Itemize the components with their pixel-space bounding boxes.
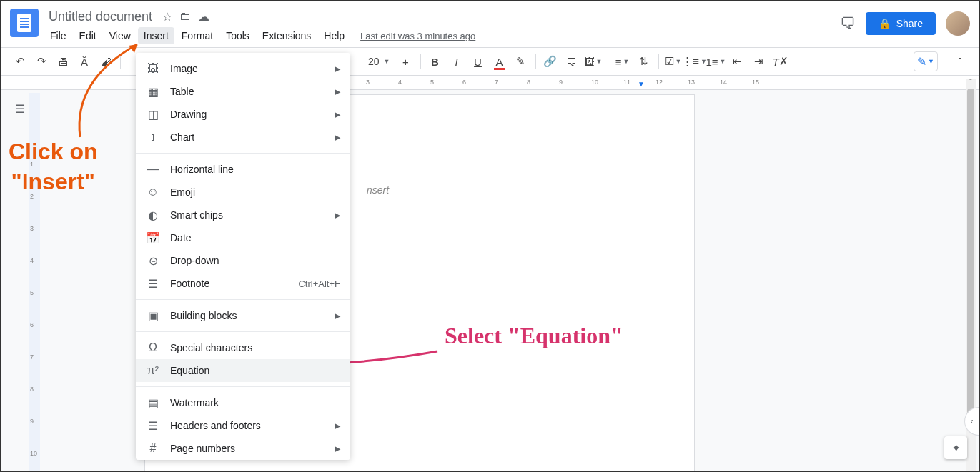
ruler-tick: 10 <box>30 450 37 457</box>
clear-format-button[interactable]: T✗ <box>771 51 791 71</box>
menu-item-label: Special characters <box>170 342 252 353</box>
text-color-button[interactable]: A <box>490 51 510 71</box>
page-numbers-icon: # <box>146 441 160 456</box>
scroll-thumb[interactable] <box>967 89 974 417</box>
special-characters-icon: Ω <box>146 341 160 355</box>
undo-button[interactable]: ↶ <box>10 51 30 71</box>
menu-item-headers-and-footers[interactable]: ☰Headers and footers▶ <box>136 414 350 437</box>
menu-item-label: Page numbers <box>170 443 235 454</box>
footnote-icon: ☰ <box>146 276 160 291</box>
ruler-tick: 2 <box>30 193 34 200</box>
ruler-tick: 10 <box>591 79 598 86</box>
menu-item-horizontal-line[interactable]: —Horizontal line <box>136 158 350 181</box>
menu-item-table[interactable]: ▦Table▶ <box>136 80 350 103</box>
menu-file[interactable]: File <box>44 27 72 44</box>
editing-mode-button[interactable]: ✎▼ <box>914 51 938 71</box>
highlight-button[interactable]: ✎ <box>511 51 531 71</box>
collapse-toolbar-button[interactable]: ˆ <box>950 51 970 71</box>
menu-item-drawing[interactable]: ◫Drawing▶ <box>136 103 350 126</box>
menu-item-label: Equation <box>170 365 209 376</box>
italic-button[interactable]: I <box>447 51 467 71</box>
menu-item-label: Image <box>170 63 198 74</box>
ruler-tick: 5 <box>430 79 434 86</box>
submenu-arrow-icon: ▶ <box>335 64 340 74</box>
zoom-plus[interactable]: + <box>396 51 416 71</box>
page-hint-text: nsert <box>367 184 389 196</box>
insert-dropdown: 🖼Image▶▦Table▶◫Drawing▶⫾Chart▶—Horizonta… <box>136 53 350 460</box>
ruler-tick: 6 <box>30 321 34 328</box>
menu-item-special-characters[interactable]: ΩSpecial characters <box>136 336 350 359</box>
image-icon: 🖼 <box>146 61 160 76</box>
ruler-tick: 15 <box>752 79 759 86</box>
menu-item-chart[interactable]: ⫾Chart▶ <box>136 126 350 149</box>
share-button[interactable]: 🔒 Share <box>866 12 936 35</box>
bold-button[interactable]: B <box>425 51 445 71</box>
menu-item-drop-down[interactable]: ⊝Drop-down <box>136 249 350 272</box>
comment-button[interactable]: 🗨 <box>562 51 582 71</box>
image-button[interactable]: 🖼▼ <box>583 51 603 71</box>
redo-button[interactable]: ↷ <box>31 51 51 71</box>
checklist-button[interactable]: ☑▼ <box>663 51 683 71</box>
table-icon: ▦ <box>146 84 160 99</box>
menu-item-smart-chips[interactable]: ◐Smart chips▶ <box>136 204 350 226</box>
ruler-tick: 8 <box>527 79 530 86</box>
menu-edit[interactable]: Edit <box>74 27 102 44</box>
ruler-tick: 7 <box>30 353 34 361</box>
building-blocks-icon: ▣ <box>146 308 160 323</box>
menu-item-label: Emoji <box>170 186 195 198</box>
menu-item-footnote[interactable]: ☰FootnoteCtrl+Alt+F <box>136 272 350 295</box>
menu-item-label: Headers and footers <box>170 420 261 431</box>
underline-button[interactable]: U <box>468 51 488 71</box>
horizontal-line-icon: — <box>146 162 160 176</box>
menu-insert[interactable]: Insert <box>138 27 174 44</box>
header: Untitled document ☆ 🗀 ☁ FileEditViewInse… <box>1 1 979 47</box>
menu-view[interactable]: View <box>104 27 137 44</box>
line-spacing-button[interactable]: ⇅ <box>634 51 654 71</box>
cloud-icon[interactable]: ☁ <box>198 10 209 24</box>
spellcheck-button[interactable]: Ă <box>74 51 94 71</box>
zoom-select[interactable]: 20▼ <box>364 56 395 67</box>
star-icon[interactable]: ☆ <box>162 10 172 24</box>
share-label: Share <box>896 18 923 29</box>
menu-tools[interactable]: Tools <box>220 27 255 44</box>
drop-down-icon: ⊝ <box>146 253 160 268</box>
ruler-tick: 9 <box>559 79 563 86</box>
watermark-icon: ▤ <box>146 396 160 410</box>
menubar: FileEditViewInsertFormatToolsExtensionsH… <box>44 26 840 46</box>
ruler-tick: 3 <box>30 225 34 232</box>
drawing-icon: ◫ <box>146 107 160 121</box>
submenu-arrow-icon: ▶ <box>335 421 340 431</box>
menu-item-page-numbers[interactable]: #Page numbers▶ <box>136 437 350 460</box>
last-edit-link[interactable]: Last edit was 3 minutes ago <box>360 31 475 41</box>
bullet-list-button[interactable]: ⋮≡▼ <box>685 51 705 71</box>
outdent-button[interactable]: ⇤ <box>728 51 748 71</box>
menu-item-building-blocks[interactable]: ▣Building blocks▶ <box>136 304 350 327</box>
menu-item-label: Building blocks <box>170 310 237 321</box>
number-list-button[interactable]: 1≡▼ <box>706 51 726 71</box>
menu-item-label: Table <box>170 86 194 97</box>
menu-extensions[interactable]: Extensions <box>257 27 317 44</box>
document-title[interactable]: Untitled document <box>44 8 157 26</box>
comments-icon[interactable]: 🗨 <box>840 14 856 33</box>
menu-item-equation[interactable]: π²Equation <box>136 359 350 382</box>
submenu-arrow-icon: ▶ <box>335 211 340 220</box>
avatar[interactable] <box>946 11 970 36</box>
title-area: Untitled document ☆ 🗀 ☁ FileEditViewInse… <box>44 7 840 46</box>
outline-toggle[interactable]: ☰ <box>10 99 30 119</box>
indent-button[interactable]: ⇥ <box>749 51 769 71</box>
print-button[interactable]: 🖶 <box>53 51 73 71</box>
explore-button[interactable]: ✦ <box>944 436 967 459</box>
ruler-tick: 12 <box>655 79 663 86</box>
docs-logo[interactable] <box>10 9 39 37</box>
vertical-ruler[interactable]: 12345678910 <box>29 93 40 471</box>
move-icon[interactable]: 🗀 <box>179 10 191 24</box>
paint-format-button[interactable]: 🖌 <box>96 51 116 71</box>
link-button[interactable]: 🔗 <box>540 51 560 71</box>
menu-item-watermark[interactable]: ▤Watermark <box>136 391 350 414</box>
menu-format[interactable]: Format <box>176 27 219 44</box>
menu-item-date[interactable]: 📅Date <box>136 226 350 249</box>
align-button[interactable]: ≡▼ <box>613 51 633 71</box>
menu-help[interactable]: Help <box>318 27 350 44</box>
menu-item-image[interactable]: 🖼Image▶ <box>136 57 350 80</box>
menu-item-emoji[interactable]: ☺Emoji <box>136 181 350 204</box>
